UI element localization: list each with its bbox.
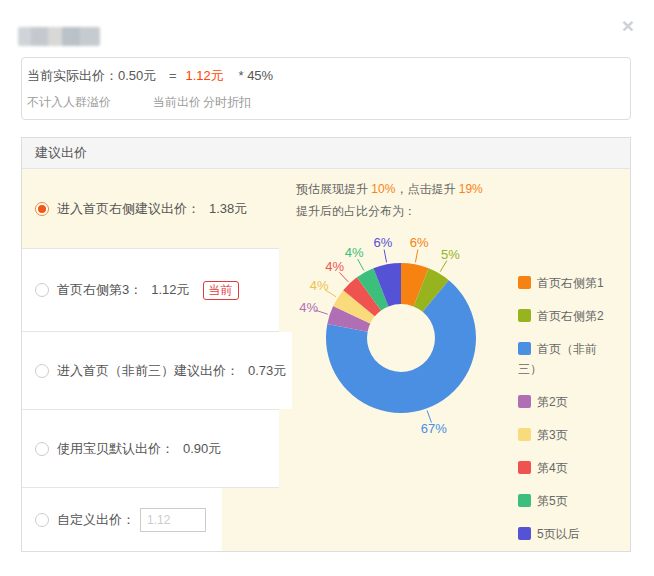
legend-swatch bbox=[518, 342, 531, 355]
radio-icon[interactable] bbox=[35, 442, 49, 456]
legend-label: 首页右侧第2 bbox=[537, 309, 604, 323]
discount-multiplier: * 45% bbox=[238, 68, 273, 83]
dialog-title-redacted bbox=[18, 27, 100, 46]
footnote-crowd-premium: 不计入人群溢价 bbox=[27, 94, 111, 111]
legend-swatch bbox=[518, 461, 531, 474]
legend-swatch bbox=[518, 309, 531, 322]
option-value: 1.12元 bbox=[151, 281, 189, 299]
legend-swatch bbox=[518, 428, 531, 441]
current-bid-actual: 0.50元 bbox=[118, 68, 156, 83]
legend-item[interactable]: 首页右侧第1 bbox=[518, 273, 610, 293]
equals-sign: = bbox=[169, 68, 177, 83]
pie-slice-label: 4% bbox=[310, 278, 329, 293]
bid-suggestion-dialog: × 当前实际出价：0.50元 =1.12元 * 45% 不计入人群溢价 当前出价… bbox=[0, 0, 654, 576]
suggest-bid-header: 建议出价 bbox=[22, 138, 630, 169]
legend-swatch bbox=[518, 395, 531, 408]
label-leader-line bbox=[415, 250, 417, 263]
pie-slice-label: 4% bbox=[345, 245, 364, 260]
pie-slice-label: 67% bbox=[421, 421, 447, 436]
legend-item[interactable]: 第3页 bbox=[518, 425, 610, 445]
current-bid-label: 当前实际出价： bbox=[27, 68, 118, 83]
legend-label: 第5页 bbox=[537, 494, 568, 508]
legend-label: 5页以后 bbox=[537, 527, 580, 541]
footnote-current-bid: 当前出价 bbox=[153, 94, 201, 111]
legend-item[interactable]: 首页（非前三） bbox=[518, 339, 610, 379]
option-label: 使用宝贝默认出价： bbox=[57, 440, 174, 458]
suggest-bid-content: 进入首页右侧建议出价： 1.38元 首页右侧第3： 1.12元 当前 进入首页（… bbox=[22, 169, 630, 551]
base-price: 1.12元 bbox=[186, 68, 224, 83]
chart-legend: 首页右侧第1首页右侧第2首页（非前三）第2页第3页第4页第5页5页以后 bbox=[518, 273, 610, 557]
legend-swatch bbox=[518, 494, 531, 507]
radio-icon[interactable] bbox=[35, 283, 49, 297]
pie-slice-label: 5% bbox=[441, 247, 460, 262]
legend-swatch bbox=[518, 276, 531, 289]
legend-item[interactable]: 5页以后 bbox=[518, 524, 610, 544]
option-value: 0.90元 bbox=[183, 440, 221, 458]
label-leader-line bbox=[358, 259, 364, 270]
pie-slice-label: 4% bbox=[299, 300, 318, 315]
bid-option-custom[interactable]: 自定义出价： bbox=[22, 488, 222, 551]
legend-label: 第2页 bbox=[537, 395, 568, 409]
close-icon[interactable]: × bbox=[622, 16, 634, 36]
legend-item[interactable]: 第4页 bbox=[518, 458, 610, 478]
footnote-time-discount: 分时折扣 bbox=[203, 94, 251, 111]
current-bid-footnotes: 不计入人群溢价 当前出价 分时折扣 bbox=[27, 94, 630, 110]
radio-selected-icon[interactable] bbox=[35, 202, 49, 216]
label-leader-line bbox=[440, 261, 447, 272]
suggest-bid-box: 建议出价 进入首页右侧建议出价： 1.38元 首页右侧第3： 1.12元 当前 bbox=[21, 137, 631, 552]
legend-item[interactable]: 首页右侧第2 bbox=[518, 306, 610, 326]
chart-panel: 预估展现提升 10%，点击提升 19% 提升后的占比分布为： 6%5%67%4%… bbox=[222, 169, 630, 551]
legend-label: 第3页 bbox=[537, 428, 568, 442]
option-label: 进入首页右侧建议出价： bbox=[57, 200, 200, 218]
option-label: 首页右侧第3： bbox=[57, 281, 142, 299]
current-bid-box: 当前实际出价：0.50元 =1.12元 * 45% 不计入人群溢价 当前出价 分… bbox=[21, 57, 631, 120]
radio-icon[interactable] bbox=[35, 513, 49, 527]
pie-slice-label: 6% bbox=[373, 235, 392, 250]
custom-bid-input[interactable] bbox=[140, 508, 206, 532]
option-label: 自定义出价： bbox=[57, 511, 135, 529]
option-label: 进入首页（非前三）建议出价： bbox=[57, 362, 239, 380]
label-leader-line bbox=[384, 250, 386, 263]
pie-slice-label: 4% bbox=[325, 259, 344, 274]
pie-slice-label: 6% bbox=[410, 235, 429, 250]
legend-swatch bbox=[518, 527, 531, 540]
current-bid-formula: 当前实际出价：0.50元 =1.12元 * 45% bbox=[27, 67, 630, 85]
legend-item[interactable]: 第5页 bbox=[518, 491, 610, 511]
legend-item[interactable]: 第2页 bbox=[518, 392, 610, 412]
legend-label: 首页右侧第1 bbox=[537, 276, 604, 290]
radio-icon[interactable] bbox=[35, 364, 49, 378]
legend-label: 第4页 bbox=[537, 461, 568, 475]
